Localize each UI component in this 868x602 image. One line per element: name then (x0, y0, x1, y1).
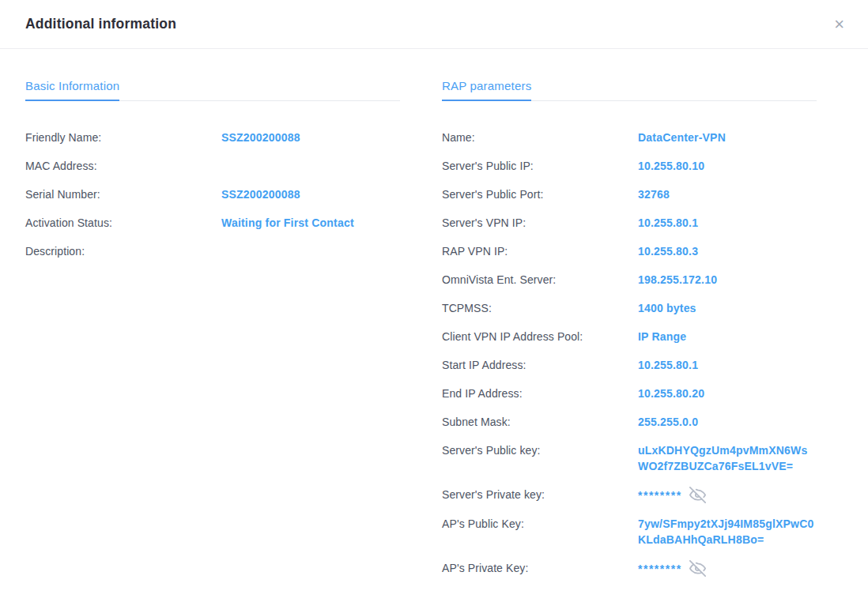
field-value: 255.255.0.0 (638, 414, 817, 430)
field-label: Server's VPN IP: (442, 215, 638, 231)
field-row: Friendly Name: SSZ200200088 (25, 130, 400, 145)
field-value-text: 10.255.80.10 (638, 160, 704, 172)
field-label: Activation Status: (25, 215, 221, 231)
field-row: Server's Public Port: 32768 (442, 186, 817, 202)
field-row: TCPMSS: 1400 bytes (442, 300, 817, 316)
field-row: Start IP Address: 10.255.80.1 (442, 357, 817, 373)
field-value-text: 10.255.80.1 (638, 359, 698, 371)
field-value-text: SSZ200200088 (221, 188, 300, 201)
section-title-rap-parameters: RAP parameters (442, 79, 531, 101)
eye-off-icon[interactable] (689, 560, 706, 577)
field-label: Server's Public Port: (442, 186, 638, 202)
field-value: 10.255.80.1 (638, 357, 817, 373)
field-label: AP's Private Key: (442, 560, 638, 576)
field-value-text: DataCenter-VPN (638, 131, 726, 144)
field-row: Server's VPN IP: 10.255.80.1 (442, 215, 817, 231)
field-label: Friendly Name: (25, 130, 221, 145)
field-value: 7yw/SFmpy2tXJj94IM85glXPwC0KLdaBAHhQaRLH… (638, 516, 817, 547)
section-rap-parameters: RAP parameters Name: DataCenter-VPN Serv… (442, 79, 817, 589)
dialog-title: Additional information (25, 16, 176, 32)
field-value-text: 10.255.80.20 (638, 387, 704, 400)
field-label: Start IP Address: (442, 357, 638, 373)
field-row: Subnet Mask: 255.255.0.0 (442, 414, 817, 430)
field-row: End IP Address: 10.255.80.20 (442, 386, 817, 401)
field-row: AP's Public Key: 7yw/SFmpy2tXJj94IM85glX… (442, 516, 817, 547)
field-value-text: ******** (638, 562, 682, 575)
field-label: Client VPN IP Address Pool: (442, 329, 638, 344)
field-row: Name: DataCenter-VPN (442, 130, 817, 145)
additional-information-dialog: Additional information × Basic Informati… (0, 0, 868, 602)
section-header: Basic Information (25, 79, 400, 101)
field-value: 10.255.80.3 (638, 243, 817, 259)
field-list: Friendly Name: SSZ200200088 MAC Address:… (25, 101, 400, 259)
field-row: Server's Public IP: 10.255.80.10 (442, 158, 817, 174)
field-label: Name: (442, 130, 638, 145)
field-value: 32768 (638, 186, 817, 202)
field-value: 198.255.172.10 (638, 272, 817, 288)
field-row: Server's Public key: uLxKDHYQgzUm4pvMmXN… (442, 442, 817, 474)
eye-off-icon[interactable] (689, 487, 706, 503)
field-value: 1400 bytes (638, 300, 817, 316)
field-value-text: 10.255.80.3 (638, 245, 698, 258)
field-label: Subnet Mask: (442, 414, 638, 430)
field-row: MAC Address: (25, 158, 400, 174)
field-value-text: 198.255.172.10 (638, 273, 717, 286)
dialog-body: Basic Information Friendly Name: SSZ2002… (0, 49, 868, 602)
section-title-basic-information: Basic Information (25, 79, 119, 101)
field-label: OmniVista Ent. Server: (442, 272, 638, 288)
field-row: Description: (25, 243, 400, 259)
dialog-header: Additional information × (0, 0, 868, 49)
field-value: ******** (638, 560, 817, 577)
field-value-text: 10.255.80.1 (638, 216, 698, 229)
field-row: Activation Status: Waiting for First Con… (25, 215, 400, 231)
field-value-text: 7yw/SFmpy2tXJj94IM85glXPwC0KLdaBAHhQaRLH… (638, 517, 814, 546)
field-label: MAC Address: (25, 158, 221, 174)
field-value-text: 255.255.0.0 (638, 416, 698, 428)
field-value: 10.255.80.20 (638, 386, 817, 401)
field-value: Waiting for First Contact (221, 215, 400, 231)
field-value: SSZ200200088 (221, 130, 400, 145)
field-label: RAP VPN IP: (442, 243, 638, 259)
section-header: RAP parameters (442, 79, 817, 101)
field-row: Client VPN IP Address Pool: IP Range (442, 329, 817, 344)
field-label: Server's Public key: (442, 442, 638, 458)
field-value-text: SSZ200200088 (221, 131, 300, 144)
field-value-text: ******** (638, 489, 682, 502)
field-value-text: 32768 (638, 188, 670, 201)
field-value: DataCenter-VPN (638, 130, 817, 145)
section-basic-information: Basic Information Friendly Name: SSZ2002… (25, 79, 400, 272)
field-value-text: 1400 bytes (638, 302, 696, 314)
field-label: Serial Number: (25, 186, 221, 202)
close-icon[interactable]: × (831, 13, 847, 36)
field-label: Description: (25, 243, 221, 259)
field-label: TCPMSS: (442, 300, 638, 316)
field-row: Serial Number: SSZ200200088 (25, 186, 400, 202)
field-value: ******** (638, 487, 817, 503)
field-row: OmniVista Ent. Server: 198.255.172.10 (442, 272, 817, 288)
field-value-text: IP Range (638, 330, 686, 343)
field-label: Server's Public IP: (442, 158, 638, 174)
field-value: uLxKDHYQgzUm4pvMmXN6WsWO2f7ZBUZCa76FsEL1… (638, 442, 817, 474)
field-value-text: uLxKDHYQgzUm4pvMmXN6WsWO2f7ZBUZCa76FsEL1… (638, 444, 807, 472)
field-row: AP's Private Key: ******** (442, 560, 817, 577)
field-label: AP's Public Key: (442, 516, 638, 532)
field-value-text: Waiting for First Contact (221, 216, 354, 229)
field-list: Name: DataCenter-VPN Server's Public IP:… (442, 101, 817, 577)
field-label: End IP Address: (442, 386, 638, 401)
field-row: Server's Private key: ******** (442, 487, 817, 503)
field-value: 10.255.80.10 (638, 158, 817, 174)
field-value: SSZ200200088 (221, 186, 400, 202)
field-row: RAP VPN IP: 10.255.80.3 (442, 243, 817, 259)
field-value: IP Range (638, 329, 817, 344)
field-value: 10.255.80.1 (638, 215, 817, 231)
field-label: Server's Private key: (442, 487, 638, 502)
